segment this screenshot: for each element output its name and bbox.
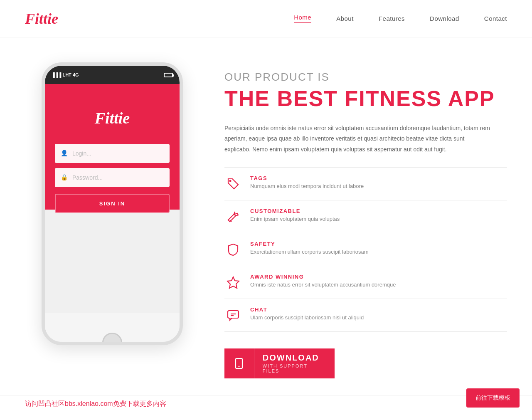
phone-password-field[interactable]: 🔒 Password... [55, 168, 170, 187]
password-placeholder: Password... [72, 174, 103, 181]
bottom-bar-text: 访问凹凸社区bbs.xlenlao.com免费下载更多内容 [25, 400, 166, 407]
features-list: TAGS Numquam eius modi tempora incidunt … [224, 167, 507, 332]
nav-features[interactable]: Features [379, 15, 405, 22]
phone-screen: Fittie 👤 Login... 🔒 Password... SIGN IN [45, 84, 180, 313]
feature-chat: CHAT Ulam corporis suscipit laboriosam n… [224, 299, 507, 332]
phone-carrier: ▐▐▐ LHT 4G [52, 72, 79, 77]
floating-download-button[interactable]: 前往下载模板 [466, 388, 520, 408]
safety-icon [224, 241, 242, 258]
feature-tags-text: TAGS Numquam eius modi tempora incidunt … [250, 175, 364, 189]
feature-customizable-text: CUSTOMIZABLE Enim ipsam voluptatem quia … [250, 208, 340, 222]
feature-chat-title: CHAT [250, 306, 364, 313]
nav-download[interactable]: Download [430, 15, 459, 22]
download-main-label: DOWNLOAD [263, 353, 326, 363]
chat-icon [224, 306, 242, 324]
svg-point-0 [230, 180, 231, 181]
phone-mockup: ▐▐▐ LHT 4G Fittie 👤 Login... 🔒 Password.… [42, 62, 183, 345]
phone-section: ▐▐▐ LHT 4G Fittie 👤 Login... 🔒 Password.… [25, 62, 200, 345]
tags-icon [224, 175, 242, 193]
feature-safety: SAFETY Exercitationem ullam corporis sus… [224, 233, 507, 266]
feature-safety-title: SAFETY [250, 241, 369, 247]
battery-icon [164, 73, 173, 77]
phone-bottom [45, 313, 180, 342]
bottom-bar: 访问凹凸社区bbs.xlenlao.com免费下载更多内容 [0, 395, 532, 413]
nav-about[interactable]: About [336, 15, 354, 22]
feature-chat-text: CHAT Ulam corporis suscipit laboriosam n… [250, 306, 364, 321]
feature-customizable-desc: Enim ipsam voluptatem quia voluptas [250, 216, 340, 222]
main-content: ▐▐▐ LHT 4G Fittie 👤 Login... 🔒 Password.… [0, 37, 532, 395]
feature-safety-text: SAFETY Exercitationem ullam corporis sus… [250, 241, 369, 255]
feature-award-title: AWARD WINNING [250, 274, 396, 280]
svg-marker-2 [227, 277, 239, 288]
feature-customizable: CUSTOMIZABLE Enim ipsam voluptatem quia … [224, 200, 507, 233]
hero-title: THE BEST FITNESS APP [224, 87, 507, 111]
user-icon: 👤 [61, 150, 68, 157]
phone-signin-button[interactable]: SIGN IN [55, 194, 170, 213]
download-btn-icon [224, 348, 254, 378]
nav-home[interactable]: Home [294, 14, 311, 23]
phone-login-field[interactable]: 👤 Login... [55, 144, 170, 163]
feature-award-text: AWARD WINNING Omnis iste natus error sit… [250, 274, 396, 288]
login-placeholder: Login... [72, 150, 91, 157]
hero-subtitle: OUR PRODUCT IS [224, 71, 507, 84]
navigation: Home About Features Download Contact [294, 14, 507, 23]
logo: Fittie [25, 10, 58, 27]
phone-battery [164, 73, 173, 77]
svg-point-7 [239, 366, 240, 367]
phone-home-button [102, 333, 122, 345]
download-button[interactable]: DOWNLOAD WITH SUPPORT FILES [224, 348, 335, 378]
feature-tags-title: TAGS [250, 175, 364, 181]
download-btn-text: DOWNLOAD WITH SUPPORT FILES [254, 353, 335, 373]
feature-safety-desc: Exercitationem ullam corporis suscipit l… [250, 249, 369, 255]
phone-status-bar: ▐▐▐ LHT 4G [45, 66, 180, 84]
phone-app-logo: Fittie [95, 109, 130, 127]
feature-tags: TAGS Numquam eius modi tempora incidunt … [224, 168, 507, 200]
content-section: OUR PRODUCT IS THE BEST FITNESS APP Pers… [224, 62, 507, 378]
feature-award: AWARD WINNING Omnis iste natus error sit… [224, 266, 507, 299]
feature-customizable-title: CUSTOMIZABLE [250, 208, 340, 214]
nav-contact[interactable]: Contact [484, 15, 507, 22]
lock-icon: 🔒 [61, 174, 68, 181]
customizable-icon [224, 208, 242, 225]
download-sub-label: WITH SUPPORT FILES [263, 363, 326, 373]
header: Fittie Home About Features Download Cont… [0, 0, 532, 37]
hero-description: Perspiciatis unde omnis iste natus error… [224, 123, 490, 155]
feature-chat-desc: Ulam corporis suscipit laboriosam nisi u… [250, 314, 364, 321]
feature-award-desc: Omnis iste natus error sit voluptatem ac… [250, 282, 396, 288]
feature-tags-desc: Numquam eius modi tempora incidunt ut la… [250, 183, 364, 189]
award-icon [224, 274, 242, 291]
